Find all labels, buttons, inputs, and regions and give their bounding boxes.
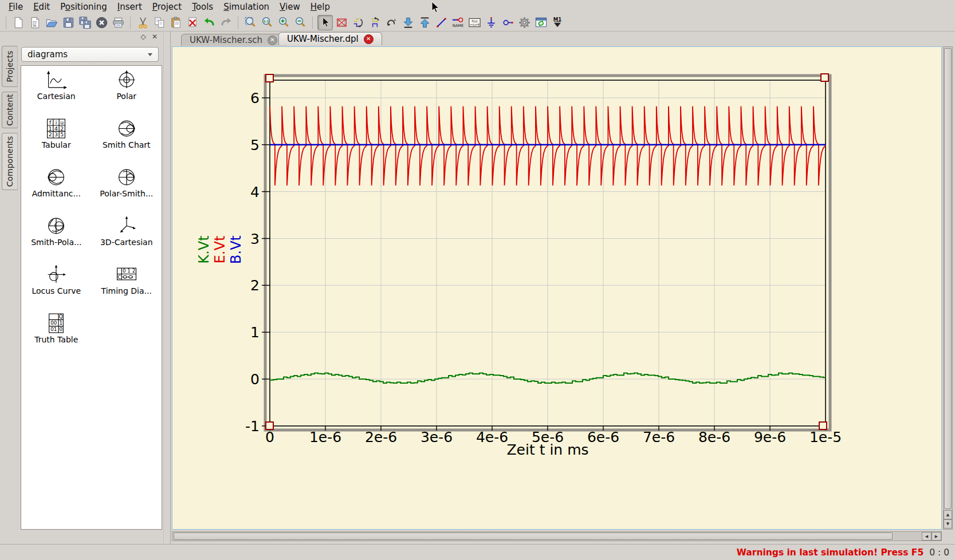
x-tick-label: 3e-6 xyxy=(420,429,453,445)
palette-item-tabular[interactable]: fiu142235Tabular xyxy=(21,118,92,167)
save-button[interactable] xyxy=(61,15,76,30)
svg-text:C: C xyxy=(117,274,121,280)
scroll-right-button[interactable]: ▶ xyxy=(932,532,941,541)
set-marker-button[interactable]: M1 xyxy=(550,15,565,30)
menu-simulation[interactable]: Simulation xyxy=(218,1,274,13)
diagram-resize-handle[interactable] xyxy=(266,422,273,429)
palette-item-polar-smith[interactable]: Polar-Smith... xyxy=(92,167,162,215)
zoom-fit-button[interactable] xyxy=(243,15,258,30)
close-dock-button[interactable]: ✕ xyxy=(151,33,159,41)
sidebar-tab-components[interactable]: Components xyxy=(2,133,18,190)
horizontal-scrollbar-thumb[interactable] xyxy=(174,533,893,540)
status-bar: Warnings in last simulation! Press F5 0 … xyxy=(0,544,955,560)
palette-item-cartesian[interactable]: Cartesian xyxy=(21,69,92,118)
go-into-subcircuit-button[interactable] xyxy=(400,15,416,30)
legend-BVt[interactable]: B.Vt xyxy=(228,235,244,264)
dock-splitter[interactable] xyxy=(163,31,171,544)
polar-smith-icon xyxy=(112,167,142,188)
menu-view[interactable]: View xyxy=(274,1,305,13)
cut-button[interactable] xyxy=(135,15,151,30)
diagram-resize-handle[interactable] xyxy=(819,422,827,429)
open-document-button[interactable] xyxy=(44,15,60,30)
legend-KVt[interactable]: K.Vt xyxy=(196,235,212,263)
zoom-out-button[interactable] xyxy=(293,15,308,30)
palette-item-truth[interactable]: Q001010Truth Table xyxy=(21,313,92,361)
simulate-icon xyxy=(518,16,531,29)
wire-label-button[interactable]: NAME xyxy=(450,15,466,30)
palette-item-cartesian3d[interactable]: 3D-Cartesian xyxy=(92,215,162,264)
save-all-button[interactable] xyxy=(77,15,93,30)
mirror-about-y-button[interactable] xyxy=(384,15,399,30)
select-tool-button[interactable] xyxy=(317,15,333,30)
sidebar-tab-projects[interactable]: Projects xyxy=(2,46,18,87)
diagram-canvas[interactable]: 01e-62e-63e-64e-65e-66e-67e-68e-69e-61e-… xyxy=(172,47,941,529)
toolbar: 1:1NAMEf(u)=u+4M1 xyxy=(0,14,955,31)
document-tab-1[interactable]: UKW-Mischer.sch✕ xyxy=(181,34,286,46)
x-tick-label: 4e-6 xyxy=(476,429,508,445)
data-display-page[interactable]: 01e-62e-63e-64e-65e-66e-67e-68e-69e-61e-… xyxy=(172,46,942,530)
menu-help[interactable]: Help xyxy=(305,1,335,13)
svg-text:01: 01 xyxy=(51,326,57,332)
zoom-normal-size-button[interactable]: 1:1 xyxy=(260,15,275,30)
sidebar-tab-content[interactable]: Content xyxy=(2,92,18,128)
rotate-component-button[interactable] xyxy=(367,15,383,30)
scroll-left-button[interactable]: ◀ xyxy=(922,532,932,541)
new-document-button[interactable] xyxy=(11,15,26,30)
float-dock-button[interactable]: ◇ xyxy=(139,33,147,41)
palette-item-locus[interactable]: Locus Curve xyxy=(21,264,92,313)
svg-text:f: f xyxy=(49,119,52,125)
zoom-in-button[interactable] xyxy=(276,15,292,30)
simulate-button[interactable] xyxy=(517,15,532,30)
undo-button[interactable] xyxy=(202,15,217,30)
copy-button[interactable] xyxy=(152,15,167,30)
menu-bar: FileEditPositioningInsertProjectToolsSim… xyxy=(0,0,955,14)
document-tab-2[interactable]: UKW-Mischer.dpl✕ xyxy=(278,32,382,45)
menu-tools[interactable]: Tools xyxy=(187,1,218,13)
paste-button[interactable] xyxy=(168,15,184,30)
palette-item-smith-polar[interactable]: Smith-Pola... xyxy=(21,215,92,264)
go-down-icon xyxy=(402,16,415,29)
paste-icon xyxy=(170,16,183,29)
y-tick-label: 1 xyxy=(250,324,260,341)
new-text-document-button[interactable] xyxy=(27,15,43,30)
mirror-about-x-button[interactable] xyxy=(351,15,366,30)
redo-button[interactable] xyxy=(218,15,234,30)
diagram-resize-handle[interactable] xyxy=(821,74,828,81)
scroll-up-button[interactable]: ▲ xyxy=(944,510,952,519)
tab-close-button[interactable]: ✕ xyxy=(268,36,277,45)
svg-text:1: 1 xyxy=(49,125,52,132)
insert-port-button[interactable] xyxy=(500,15,516,30)
locus-icon xyxy=(41,264,71,285)
print-button[interactable] xyxy=(111,15,126,30)
component-group-select[interactable]: diagrams xyxy=(21,47,159,62)
insert-ground-button[interactable] xyxy=(484,15,499,30)
insert-equation-button[interactable]: f(u)=u+4 xyxy=(467,15,482,30)
close-document-button[interactable] xyxy=(94,15,109,30)
insert-wire-button[interactable] xyxy=(434,15,449,30)
deactivate-component-button[interactable] xyxy=(334,15,349,30)
horizontal-scrollbar[interactable]: ◀ ▶ xyxy=(172,531,942,541)
palette-item-timing[interactable]: 0 1 2CTiming Dia... xyxy=(92,264,162,313)
menu-file[interactable]: File xyxy=(3,1,28,13)
palette-item-polar[interactable]: Polar xyxy=(92,69,162,118)
scroll-down-button[interactable]: ▼ xyxy=(944,519,952,529)
legend-EVt[interactable]: E.Vt xyxy=(212,236,228,264)
menu-insert[interactable]: Insert xyxy=(112,1,147,13)
save-all-icon xyxy=(78,16,92,29)
vertical-scrollbar-thumb[interactable] xyxy=(944,48,952,509)
svg-text:0 1 2: 0 1 2 xyxy=(123,268,135,274)
menu-project[interactable]: Project xyxy=(147,1,187,13)
view-data-display-button[interactable] xyxy=(533,15,549,30)
x-tick-label: 2e-6 xyxy=(365,429,397,445)
menu-positioning[interactable]: Positioning xyxy=(55,1,112,13)
menu-edit[interactable]: Edit xyxy=(28,1,55,13)
delete-button[interactable] xyxy=(185,15,201,30)
diagram-resize-handle[interactable] xyxy=(266,74,273,82)
cartesian3d-icon xyxy=(112,215,142,236)
vertical-scrollbar[interactable]: ▲ ▼ xyxy=(943,46,953,530)
pop-out-button[interactable] xyxy=(417,15,433,30)
tab-close-button[interactable]: ✕ xyxy=(364,34,374,44)
palette-item-smith[interactable]: Smith Chart xyxy=(92,118,162,167)
palette-item-admittance[interactable]: Admittanc... xyxy=(21,167,92,215)
y-tick-label: 5 xyxy=(250,137,260,153)
